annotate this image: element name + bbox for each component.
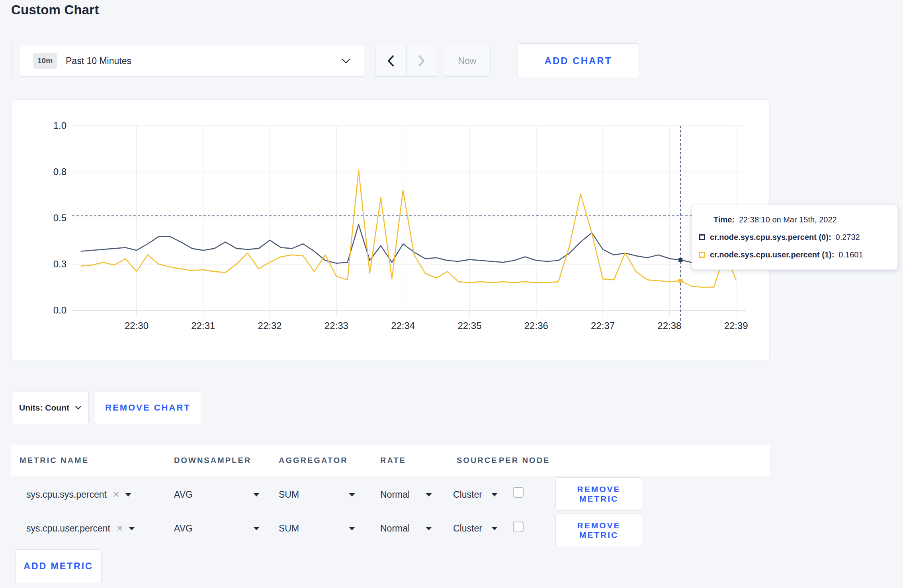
per-node-checkbox[interactable] <box>513 522 524 532</box>
downsampler-select[interactable]: AVG <box>174 489 260 500</box>
svg-text:22:38: 22:38 <box>657 320 681 331</box>
tooltip-series-value: 0.2732 <box>836 233 860 242</box>
time-window-label: Past 10 Minutes <box>66 56 131 66</box>
dropdown-caret-icon <box>125 493 131 496</box>
add-chart-button[interactable]: ADD CHART <box>518 43 639 78</box>
now-button[interactable]: Now <box>444 45 491 77</box>
time-window-dropdown[interactable]: 10m Past 10 Minutes <box>20 45 364 77</box>
svg-text:0.8: 0.8 <box>53 166 66 177</box>
rate-select[interactable]: Normal <box>380 523 432 534</box>
col-header-rate: RATE <box>380 456 406 465</box>
dropdown-caret-icon <box>349 493 355 496</box>
source-select[interactable]: Cluster <box>453 523 498 534</box>
metric-name-value: sys.cpu.user.percent <box>26 523 110 534</box>
chevron-right-icon <box>418 55 425 67</box>
chart-tooltip: Time: 22:38:10 on Mar 15th, 2022 cr.node… <box>692 205 898 270</box>
clear-metric-icon[interactable]: × <box>113 489 119 500</box>
source-select[interactable]: Cluster <box>453 489 498 500</box>
metric-name-select[interactable]: sys.cpu.sys.percent × <box>26 489 131 500</box>
time-forward-button[interactable] <box>406 45 437 76</box>
col-header-downsampler: DOWNSAMPLER <box>174 456 251 465</box>
remove-chart-button[interactable]: REMOVE CHART <box>95 391 201 424</box>
per-node-checkbox[interactable] <box>513 487 524 498</box>
remove-metric-button[interactable]: REMOVE METRIC <box>555 514 642 547</box>
series-swatch-sys-icon <box>699 234 705 240</box>
tooltip-series-row: cr.node.sys.cpu.user.percent (1): 0.1601 <box>699 250 889 259</box>
metric-name-value: sys.cpu.sys.percent <box>26 489 107 500</box>
svg-text:22:35: 22:35 <box>457 320 481 331</box>
chart-card: 0.00.30.50.81.022:3022:3122:3222:3322:34… <box>11 99 770 360</box>
svg-text:0.0: 0.0 <box>53 305 66 315</box>
col-header-metric-name: METRIC NAME <box>20 456 89 465</box>
downsampler-value: AVG <box>174 523 193 534</box>
tooltip-time-label: Time: <box>713 215 735 224</box>
svg-text:0.3: 0.3 <box>53 259 66 269</box>
remove-metric-button[interactable]: REMOVE METRIC <box>555 477 642 511</box>
page-title: Custom Chart <box>11 2 99 18</box>
units-dropdown[interactable]: Units: Count <box>12 391 89 424</box>
line-chart[interactable]: 0.00.30.50.81.022:3022:3122:3222:3322:34… <box>12 100 770 360</box>
tooltip-series-name: cr.node.sys.cpu.user.percent (1): <box>710 250 834 259</box>
aggregator-select[interactable]: SUM <box>279 523 355 534</box>
tooltip-series-row: cr.node.sys.cpu.sys.percent (0): 0.2732 <box>699 233 889 242</box>
dropdown-caret-icon <box>491 493 498 496</box>
time-nav-group <box>375 45 437 77</box>
rate-value: Normal <box>380 489 410 500</box>
downsampler-select[interactable]: AVG <box>174 523 260 534</box>
svg-text:22:30: 22:30 <box>125 320 149 331</box>
tooltip-series-name: cr.node.sys.cpu.sys.percent (0): <box>710 233 831 242</box>
source-value: Cluster <box>453 523 482 534</box>
aggregator-value: SUM <box>279 489 299 500</box>
svg-text:22:39: 22:39 <box>724 320 748 331</box>
chevron-left-icon <box>387 55 394 67</box>
aggregator-value: SUM <box>279 523 299 534</box>
metric-row: sys.cpu.sys.percent × AVG SUM Normal Clu… <box>11 476 770 513</box>
time-window-badge: 10m <box>33 53 57 69</box>
svg-text:22:33: 22:33 <box>324 320 348 331</box>
time-backward-button[interactable] <box>375 45 406 76</box>
svg-text:22:34: 22:34 <box>391 320 415 331</box>
dropdown-caret-icon <box>426 527 432 530</box>
chevron-down-icon <box>75 405 82 410</box>
units-label: Units: Count <box>19 403 69 413</box>
metric-name-select[interactable]: sys.cpu.user.percent × <box>26 523 135 534</box>
rate-select[interactable]: Normal <box>380 489 432 500</box>
downsampler-value: AVG <box>174 489 193 500</box>
toolbar-divider <box>12 45 12 77</box>
tooltip-time-row: Time: 22:38:10 on Mar 15th, 2022 <box>713 215 889 224</box>
rate-value: Normal <box>380 523 410 534</box>
dropdown-caret-icon <box>129 527 135 530</box>
col-header-per-node: PER NODE <box>499 456 550 465</box>
svg-text:22:32: 22:32 <box>258 320 282 331</box>
dropdown-caret-icon <box>349 527 355 530</box>
aggregator-select[interactable]: SUM <box>279 489 355 500</box>
metric-row: sys.cpu.user.percent × AVG SUM Normal Cl… <box>11 513 770 550</box>
add-metric-button[interactable]: ADD METRIC <box>15 549 102 583</box>
dropdown-caret-icon <box>253 493 260 496</box>
tooltip-series-value: 0.1601 <box>838 250 863 259</box>
dropdown-caret-icon <box>491 527 498 530</box>
col-header-aggregator: AGGREGATOR <box>279 456 348 465</box>
svg-text:22:36: 22:36 <box>524 320 548 331</box>
source-value: Cluster <box>453 489 482 500</box>
clear-metric-icon[interactable]: × <box>117 523 123 534</box>
tooltip-time-value: 22:38:10 on Mar 15th, 2022 <box>739 215 837 224</box>
svg-text:22:37: 22:37 <box>591 320 615 331</box>
svg-text:0.5: 0.5 <box>53 212 66 223</box>
chevron-down-icon <box>342 58 350 64</box>
svg-text:1.0: 1.0 <box>53 120 66 131</box>
dropdown-caret-icon <box>426 493 432 496</box>
dropdown-caret-icon <box>253 527 260 530</box>
svg-text:22:31: 22:31 <box>191 320 215 331</box>
metrics-table-header: METRIC NAME DOWNSAMPLER AGGREGATOR RATE … <box>11 445 770 476</box>
series-swatch-user-icon <box>699 252 705 258</box>
col-header-source: SOURCE <box>457 456 498 465</box>
